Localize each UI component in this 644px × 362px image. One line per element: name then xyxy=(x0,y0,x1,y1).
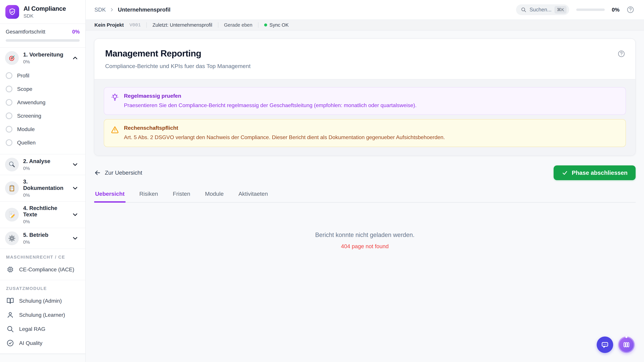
sidebar: AI Compliance SDK Gesamtfortschritt 0% xyxy=(0,0,86,362)
topbar: SDK Unternehmensprofil Suchen... ⌘K 0% xyxy=(86,0,644,20)
empty-state: Bericht konnte nicht geladen werden. 404… xyxy=(94,231,636,250)
phase-label: 4. Rechtliche Texte xyxy=(23,205,67,218)
last-edited: Zuletzt: Unternehmensprofil xyxy=(152,22,212,28)
sidebar-item-label: Schulung (Admin) xyxy=(19,298,62,304)
sidebar-item-label: Schulung (Learner) xyxy=(19,312,65,318)
tab-aktivitaeten[interactable]: Aktivitaeten xyxy=(238,188,269,202)
empty-state-message: Bericht konnte nicht geladen werden. xyxy=(94,231,636,239)
app-subtitle: SDK xyxy=(24,13,66,19)
phase-label: 2. Analyse xyxy=(23,158,67,164)
page-subtitle: Compliance-Berichte und KPIs fuer das To… xyxy=(105,63,624,69)
phase-percent: 0% xyxy=(23,193,67,198)
search-input[interactable]: Suchen... ⌘K xyxy=(516,4,569,15)
user-icon xyxy=(6,311,14,319)
sidebar-phase-vorbereitung[interactable]: 1. Vorbereitung 0% xyxy=(0,48,85,68)
tab-module[interactable]: Module xyxy=(204,188,225,202)
sidebar-item-schulung-admin[interactable]: Schulung (Admin) xyxy=(0,294,85,308)
gear-icon xyxy=(5,231,19,245)
page-content: Management Reporting Compliance-Berichte… xyxy=(86,30,644,362)
help-circle-icon[interactable] xyxy=(626,6,634,13)
sidebar-item-quellen[interactable]: Quellen xyxy=(0,136,85,149)
chevron-down-icon xyxy=(72,235,79,242)
topbar-progress-value: 0% xyxy=(612,7,620,13)
search-icon xyxy=(521,7,526,12)
phase-percent: 0% xyxy=(23,59,67,64)
app-title: AI Compliance xyxy=(24,5,66,12)
search-placeholder: Suchen... xyxy=(530,7,552,13)
panels-fab-button[interactable] xyxy=(618,337,634,353)
sync-label: Sync OK xyxy=(270,22,289,28)
status-circle-icon xyxy=(6,72,12,79)
report-card-body: Regelmaessig pruefen Praesentieren Sie d… xyxy=(94,79,635,155)
sidebar-item-label: AI Quality xyxy=(19,340,42,346)
phase-label: 5. Betrieb xyxy=(23,232,67,238)
callout-text: Praesentieren Sie den Compliance-Bericht… xyxy=(124,101,416,109)
sidebar-item-label: Scope xyxy=(17,86,32,92)
phase-meta: 4. Rechtliche Texte 0% xyxy=(23,205,67,224)
sidebar-item-anwendung[interactable]: Anwendung xyxy=(0,96,85,109)
topbar-progress-bar xyxy=(576,8,605,11)
overall-progress-bar xyxy=(6,39,80,42)
chat-bubble-icon xyxy=(600,340,610,349)
sidebar-item-screening[interactable]: Screening xyxy=(0,109,85,122)
divider xyxy=(146,22,147,28)
sidebar-item-module[interactable]: Module xyxy=(0,122,85,136)
sidebar-item-ai-quality[interactable]: AI Quality xyxy=(0,336,85,350)
sidebar-phase-betrieb[interactable]: 5. Betrieb 0% xyxy=(0,228,85,249)
phase-label: 3. Dokumentation xyxy=(23,178,67,191)
info-callout: Regelmaessig pruefen Praesentieren Sie d… xyxy=(104,87,626,115)
version-badge: V001 xyxy=(130,22,141,28)
breadcrumb: SDK Unternehmensprofil xyxy=(94,6,170,13)
callout-title: Regelmaessig pruefen xyxy=(124,93,416,99)
sidebar-item-label: Module xyxy=(17,126,35,132)
page-title: Management Reporting xyxy=(105,48,624,58)
breadcrumb-current: Unternehmensprofil xyxy=(118,6,170,13)
chevrons-left-icon xyxy=(24,361,30,362)
tab-bar: Uebersicht Risiken Fristen Module Aktivi… xyxy=(94,188,636,203)
phase-percent: 0% xyxy=(23,166,67,171)
sidebar-item-legal-rag[interactable]: Legal RAG xyxy=(0,322,85,336)
phase-block-dokumentation: 3. Dokumentation 0% xyxy=(0,175,85,202)
error-404-text: 404 page not found xyxy=(94,243,636,250)
sidebar-item-profil[interactable]: Profil xyxy=(0,69,85,82)
chevron-right-icon xyxy=(109,7,114,12)
sidebar-item-label: Profil xyxy=(17,72,29,79)
status-circle-icon xyxy=(6,112,12,119)
sidebar-item-scope[interactable]: Scope xyxy=(0,82,85,96)
complete-phase-button[interactable]: Phase abschliessen xyxy=(554,165,636,180)
topbar-right: Suchen... ⌘K 0% xyxy=(516,4,634,15)
search-shortcut-badge: ⌘K xyxy=(554,6,566,13)
sidebar-item-ce-compliance[interactable]: CE-Compliance (IACE) xyxy=(0,263,85,277)
callout-content: Rechenschaftspflicht Art. 5 Abs. 2 DSGVO… xyxy=(124,125,445,141)
help-circle-icon[interactable] xyxy=(618,50,625,58)
divider xyxy=(258,22,258,28)
phase-percent: 0% xyxy=(23,240,67,245)
sidebar-item-schulung-learner[interactable]: Schulung (Learner) xyxy=(0,308,85,322)
overall-progress-value: 0% xyxy=(72,29,80,35)
complete-phase-label: Phase abschliessen xyxy=(572,169,628,176)
tab-risiken[interactable]: Risiken xyxy=(138,188,159,202)
report-card-header: Management Reporting Compliance-Berichte… xyxy=(94,39,635,79)
collapse-sidebar-button[interactable]: Einklappen xyxy=(24,361,62,362)
chevron-down-icon xyxy=(72,185,79,192)
chat-fab-button[interactable] xyxy=(597,337,613,353)
sidebar-header: AI Compliance SDK xyxy=(0,0,85,24)
status-circle-icon xyxy=(6,126,12,133)
back-to-overview-link[interactable]: Zur Uebersicht xyxy=(94,169,142,176)
sidebar-phase-dokumentation[interactable]: 3. Dokumentation 0% xyxy=(0,175,85,201)
phase-block-rechtliche-texte: 4. Rechtliche Texte 0% xyxy=(0,202,85,228)
sidebar-item-label: Screening xyxy=(17,113,41,119)
chevron-down-icon xyxy=(72,211,79,218)
search-icon xyxy=(6,325,14,333)
sidebar-phase-analyse[interactable]: 2. Analyse 0% xyxy=(0,154,85,175)
main-area: SDK Unternehmensprofil Suchen... ⌘K 0% xyxy=(86,0,644,362)
check-circle-icon xyxy=(6,339,14,347)
section-header: ZUSATZMODULE xyxy=(0,285,85,294)
sidebar-phase-rechtliche-texte[interactable]: 4. Rechtliche Texte 0% xyxy=(0,202,85,228)
tab-fristen[interactable]: Fristen xyxy=(172,188,191,202)
timestamp: Gerade eben xyxy=(224,22,252,28)
breadcrumb-root[interactable]: SDK xyxy=(94,6,106,13)
tab-uebersicht[interactable]: Uebersicht xyxy=(94,188,126,202)
chevron-up-icon xyxy=(72,54,79,61)
floating-buttons xyxy=(597,337,634,353)
